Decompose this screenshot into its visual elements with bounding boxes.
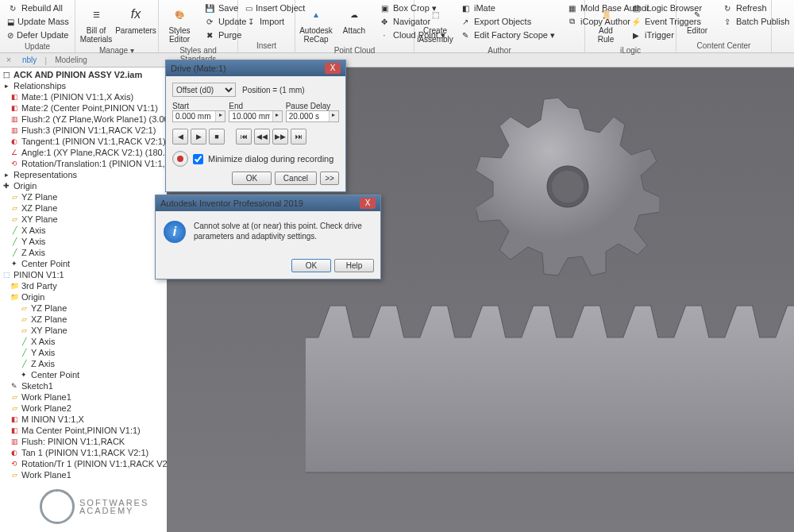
tree-tangent1[interactable]: ◐Tangent:1 (PINION V1:1,RACK V2:1) [0, 136, 167, 147]
tree-wp1[interactable]: ▱Work Plane1 [0, 391, 167, 403]
plane-icon: ▱ [10, 192, 19, 202]
tree-relationships[interactable]: ▸Relationships [0, 80, 167, 91]
tree-wp2[interactable]: ▱Work Plane2 [0, 403, 167, 414]
plane-icon: ▱ [19, 314, 29, 324]
tree-3rdparty[interactable]: 📁3rd Party [0, 280, 167, 291]
add-rule-button[interactable]: 📜Add Rule [590, 2, 622, 45]
tree-p-ya[interactable]: ╱Y Axis [0, 347, 167, 358]
group-label: Insert [243, 40, 290, 51]
import-button[interactable]: ↧Import [243, 15, 290, 28]
refresh-button[interactable]: ↻Refresh [719, 2, 792, 14]
tree-yaxis[interactable]: ╱Y Axis [0, 236, 167, 247]
stop-button[interactable]: ■ [209, 129, 225, 145]
tree-angle1[interactable]: ∠Angle:1 (XY Plane,RACK V2:1) (180.00 de… [0, 147, 167, 158]
drive-titlebar[interactable]: Drive (Mate:1)X [166, 60, 345, 76]
tree-p-za[interactable]: ╱Z Axis [0, 358, 167, 369]
ok-button[interactable]: OK [232, 172, 272, 185]
tree-fl[interactable]: ▥Flush: PINION V1:1,RACK [0, 436, 167, 447]
mate-icon: ◧ [10, 103, 19, 113]
insert-object-button[interactable]: ▭Insert Object [243, 2, 290, 14]
tree-mp[interactable]: ◧M INION V1:1,X [0, 414, 167, 425]
styles-editor-button[interactable]: 🎨Styles Editor [164, 2, 195, 45]
tree-rottrans1[interactable]: ⟲Rotation/Translation:1 (PINION V1:1,RAC… [0, 158, 167, 169]
minimize-label: Minimize dialog during recording [208, 154, 333, 164]
factory-scope-button[interactable]: ✎Edit Factory Scope ▾ [457, 29, 557, 41]
recap-button[interactable]: ▲Autodesk ReCap [300, 2, 332, 45]
tree-p-xy[interactable]: ▱XY Plane [0, 325, 167, 336]
end-input[interactable] [229, 111, 272, 121]
defer-update-button[interactable]: ⊘Defer Update [5, 29, 70, 41]
tree-mate1[interactable]: ◧Mate:1 (PINION V1:1,X Axis) [0, 91, 167, 102]
tab-modeling[interactable]: Modeling [48, 55, 94, 65]
tree-root[interactable]: ⬚ACK AND PINION ASSY V2.iam [0, 69, 167, 80]
tree-xy[interactable]: ▱XY Plane [0, 214, 167, 225]
stepper-icon[interactable]: ▸ [215, 111, 225, 121]
offset-select[interactable]: Offset (d0) [172, 83, 236, 97]
tree-xz[interactable]: ▱XZ Plane [0, 202, 167, 214]
start-input[interactable] [173, 111, 215, 121]
parameters-button[interactable]: fxParameters [118, 2, 153, 37]
error-titlebar[interactable]: Autodesk Inventor Professional 2019X [156, 195, 380, 211]
rebuild-all-button[interactable]: ↻Rebuild All [5, 2, 70, 14]
expand-button[interactable]: >> [320, 172, 339, 185]
tree-centerpoint[interactable]: ✦Center Point [0, 258, 167, 269]
stepper-icon[interactable]: ▸ [329, 111, 338, 121]
editor-icon: ✎ [686, 3, 708, 25]
tree-rot[interactable]: ⟲Rotation/Tr 1 (PINION V1:1,RACK V2:1) (… [0, 458, 167, 469]
tree-p-yz[interactable]: ▱YZ Plane [0, 303, 167, 314]
tree-mc[interactable]: ◧Ma Center Point,PINION V1:1) [0, 425, 167, 436]
error-dialog: Autodesk Inventor Professional 2019X i C… [155, 195, 381, 279]
plane-icon: ▱ [10, 470, 19, 480]
tree-tan[interactable]: ◐Tan 1 (PINION V1:1,RACK V2:1) [0, 447, 167, 458]
tree-zaxis[interactable]: ╱Z Axis [0, 247, 167, 258]
close-tab-button[interactable]: × [3, 55, 14, 66]
help-button[interactable]: Help [334, 259, 374, 272]
export-objects-button[interactable]: ↗Export Objects [457, 15, 557, 28]
cc-editor-button[interactable]: ✎Editor [681, 2, 713, 37]
step-back-button[interactable]: ◀◀ [254, 129, 270, 145]
tree-xaxis[interactable]: ╱X Axis [0, 225, 167, 236]
folder-icon: 📁 [10, 292, 19, 302]
itrigger-icon: ▶ [630, 29, 642, 40]
tree-pinion[interactable]: ⬚PINION V1:1 [0, 269, 167, 280]
play-rev-button[interactable]: ◀ [172, 129, 188, 145]
bom-button[interactable]: ☰Bill of Materials [80, 2, 112, 45]
skip-end-button[interactable]: ⏭ [291, 129, 306, 145]
minimize-checkbox[interactable] [193, 154, 203, 164]
tab-assembly[interactable]: nbly [16, 55, 43, 65]
batch-icon: ⇪ [722, 16, 733, 27]
play-fwd-button[interactable]: ▶ [191, 129, 206, 145]
mold-icon: ▦ [566, 2, 577, 13]
update-mass-button[interactable]: ⬓Update Mass [5, 15, 70, 28]
batch-publish-button[interactable]: ⇪Batch Publish [719, 15, 792, 28]
stepper-icon[interactable]: ▸ [272, 111, 282, 121]
tree-p-cp[interactable]: ✦Center Point [0, 369, 167, 380]
tree-p-xz[interactable]: ▱XZ Plane [0, 314, 167, 325]
pause-input[interactable] [287, 111, 329, 121]
tree-mate2[interactable]: ◧Mate:2 (Center Point,PINION V1:1) [0, 102, 167, 114]
imate-button[interactable]: ◧iMate [457, 2, 557, 14]
record-button[interactable] [172, 151, 188, 167]
close-icon[interactable]: X [360, 198, 376, 209]
tree-p-xa[interactable]: ╱X Axis [0, 336, 167, 347]
close-icon[interactable]: X [325, 63, 341, 74]
tree-wpl[interactable]: ▱Work Plane1 [0, 469, 167, 480]
tree-sketch1[interactable]: ✎Sketch1 [0, 380, 167, 391]
rack-render [306, 290, 794, 496]
folder-icon: ▸ [2, 81, 11, 91]
part-icon: ⬚ [2, 270, 11, 279]
rewind-button[interactable]: ⏮ [236, 129, 252, 145]
tree-origin2[interactable]: 📁Origin [0, 291, 167, 303]
tree-yz[interactable]: ▱YZ Plane [0, 191, 167, 202]
ok-button[interactable]: OK [291, 259, 331, 272]
plane-icon: ▱ [19, 326, 29, 335]
attach-button[interactable]: ☁Attach [338, 2, 370, 37]
cancel-button[interactable]: Cancel [275, 172, 317, 185]
tree-flush3[interactable]: ▥Flush:3 (PINION V1:1,RACK V2:1) [0, 125, 167, 136]
tree-flush2[interactable]: ▥Flush:2 (YZ Plane,Work Plane1) (3.000 m… [0, 114, 167, 125]
tree-origin[interactable]: ✚Origin [0, 180, 167, 191]
rebuild-icon: ↻ [7, 2, 18, 13]
tree-representations[interactable]: ▸Representations [0, 169, 167, 180]
create-iassembly-button[interactable]: ⬚Create iAssembly [419, 2, 451, 45]
step-fwd-button[interactable]: ▶▶ [272, 129, 288, 145]
